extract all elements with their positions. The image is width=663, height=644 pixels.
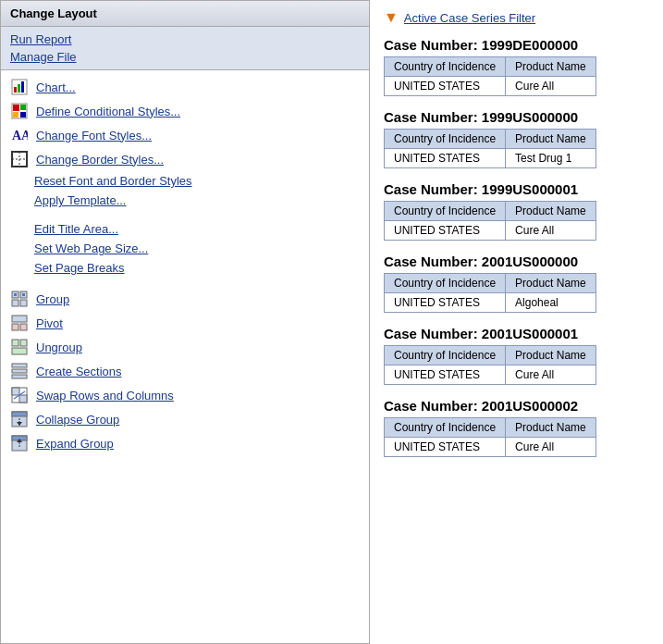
web-page-size-link[interactable]: Set Web Page Size... — [10, 242, 360, 255]
top-links-section: Run Report Manage File — [1, 27, 369, 70]
pivot-link[interactable]: Pivot — [10, 314, 360, 332]
case-block: Case Number: 2001US000001Country of Inci… — [384, 326, 649, 385]
collapse-group-link[interactable]: Collapse Group — [10, 410, 360, 428]
menu-body: Chart... Define Conditional Styles... AA — [1, 70, 369, 643]
collapse-group-label[interactable]: Collapse Group — [36, 413, 119, 427]
svg-rect-21 — [20, 324, 27, 330]
chart-label[interactable]: Chart... — [36, 80, 76, 94]
case-table: Country of IncidenceProduct NameUNITED S… — [384, 129, 596, 168]
reset-styles-label[interactable]: Reset Font and Border Styles — [34, 174, 192, 188]
table-cell: UNITED STATES — [385, 77, 506, 96]
apply-template-link[interactable]: Apply Template... — [10, 193, 360, 207]
case-table: Country of IncidenceProduct NameUNITED S… — [384, 56, 596, 96]
table-cell: UNITED STATES — [385, 149, 506, 168]
conditional-styles-link[interactable]: Define Conditional Styles... — [10, 102, 360, 120]
edit-title-label[interactable]: Edit Title Area... — [34, 222, 118, 236]
swap-rows-label[interactable]: Swap Rows and Columns — [36, 389, 174, 402]
svg-rect-33 — [12, 412, 27, 416]
panel-title: Change Layout — [1, 1, 369, 27]
svg-rect-7 — [13, 112, 18, 118]
right-panel: ▼ Active Case Series Filter Case Number:… — [370, 0, 663, 644]
svg-rect-17 — [14, 293, 17, 296]
border-styles-link[interactable]: Change Border Styles... — [10, 150, 360, 168]
font-styles-link[interactable]: AA Change Font Styles... — [10, 126, 360, 144]
table-header: Product Name — [506, 130, 596, 149]
table-row: UNITED STATESCure All — [385, 221, 596, 241]
conditional-icon — [10, 102, 29, 120]
expand-icon — [10, 434, 29, 452]
create-sections-link[interactable]: Create Sections — [10, 362, 360, 380]
case-table: Country of IncidenceProduct NameUNITED S… — [384, 201, 596, 241]
create-sections-label[interactable]: Create Sections — [36, 365, 122, 378]
table-header: Product Name — [506, 346, 596, 365]
group-link[interactable]: Group — [10, 290, 360, 308]
table-header: Country of Incidence — [385, 202, 506, 221]
svg-rect-22 — [12, 340, 18, 346]
svg-rect-29 — [12, 388, 19, 395]
table-header: Product Name — [506, 202, 596, 221]
table-header: Country of Incidence — [385, 346, 506, 365]
svg-rect-16 — [20, 300, 27, 306]
case-table: Country of IncidenceProduct NameUNITED S… — [384, 273, 596, 313]
group-label[interactable]: Group — [36, 292, 69, 306]
ungroup-icon — [10, 338, 29, 356]
border-styles-label[interactable]: Change Border Styles... — [36, 153, 164, 167]
table-header: Product Name — [506, 274, 596, 293]
spacer-2 — [10, 280, 360, 284]
svg-rect-2 — [18, 84, 20, 93]
table-cell: Cure All — [506, 438, 596, 457]
sections-icon — [10, 362, 29, 380]
edit-title-link[interactable]: Edit Title Area... — [10, 222, 360, 236]
table-cell: Cure All — [506, 365, 596, 385]
table-cell: UNITED STATES — [385, 221, 506, 241]
filter-bar: ▼ Active Case Series Filter — [384, 9, 649, 26]
web-page-size-label[interactable]: Set Web Page Size... — [34, 242, 148, 255]
font-styles-label[interactable]: Change Font Styles... — [36, 129, 152, 142]
filter-icon: ▼ — [384, 9, 399, 26]
collapse-icon — [10, 410, 29, 428]
case-table: Country of IncidenceProduct NameUNITED S… — [384, 417, 596, 457]
table-cell: UNITED STATES — [385, 293, 506, 313]
table-row: UNITED STATESCure All — [385, 77, 596, 96]
manage-file-link[interactable]: Manage File — [10, 50, 360, 64]
table-cell: Cure All — [506, 221, 596, 241]
case-number: Case Number: 2001US000000 — [384, 254, 649, 269]
table-header: Country of Incidence — [385, 57, 506, 77]
chart-link[interactable]: Chart... — [10, 78, 360, 96]
case-number: Case Number: 2001US000001 — [384, 326, 649, 341]
case-block: Case Number: 1999DE000000Country of Inci… — [384, 37, 649, 96]
pivot-label[interactable]: Pivot — [36, 316, 63, 330]
expand-group-label[interactable]: Expand Group — [36, 437, 114, 451]
reset-styles-link[interactable]: Reset Font and Border Styles — [10, 174, 360, 188]
case-block: Case Number: 1999US000001Country of Inci… — [384, 181, 649, 241]
run-report-link[interactable]: Run Report — [10, 32, 360, 46]
conditional-styles-label[interactable]: Define Conditional Styles... — [36, 105, 180, 118]
table-row: UNITED STATESCure All — [385, 365, 596, 385]
case-number: Case Number: 1999US000001 — [384, 181, 649, 197]
table-header: Country of Incidence — [385, 130, 506, 149]
svg-rect-27 — [12, 375, 27, 378]
svg-rect-15 — [12, 300, 18, 306]
case-number: Case Number: 2001US000002 — [384, 398, 649, 414]
svg-rect-23 — [20, 340, 27, 346]
table-cell: Algoheal — [506, 293, 596, 313]
table-header: Product Name — [506, 57, 596, 77]
table-row: UNITED STATESAlgoheal — [385, 293, 596, 313]
page-breaks-label[interactable]: Set Page Breaks — [34, 261, 125, 275]
swap-rows-link[interactable]: Swap Rows and Columns — [10, 386, 360, 404]
table-cell: Test Drug 1 — [506, 149, 596, 168]
svg-rect-19 — [12, 316, 27, 322]
page-breaks-link[interactable]: Set Page Breaks — [10, 261, 360, 275]
ungroup-label[interactable]: Ungroup — [36, 341, 82, 354]
ungroup-link[interactable]: Ungroup — [10, 338, 360, 356]
expand-group-link[interactable]: Expand Group — [10, 434, 360, 452]
table-header: Country of Incidence — [385, 274, 506, 293]
svg-text:AA: AA — [12, 129, 28, 142]
svg-rect-24 — [12, 348, 27, 354]
cases-container: Case Number: 1999DE000000Country of Inci… — [384, 37, 649, 457]
svg-rect-25 — [12, 364, 27, 367]
case-number: Case Number: 1999DE000000 — [384, 37, 649, 53]
active-case-filter-link[interactable]: Active Case Series Filter — [404, 11, 535, 25]
apply-template-label[interactable]: Apply Template... — [34, 193, 126, 207]
svg-rect-1 — [14, 87, 17, 93]
